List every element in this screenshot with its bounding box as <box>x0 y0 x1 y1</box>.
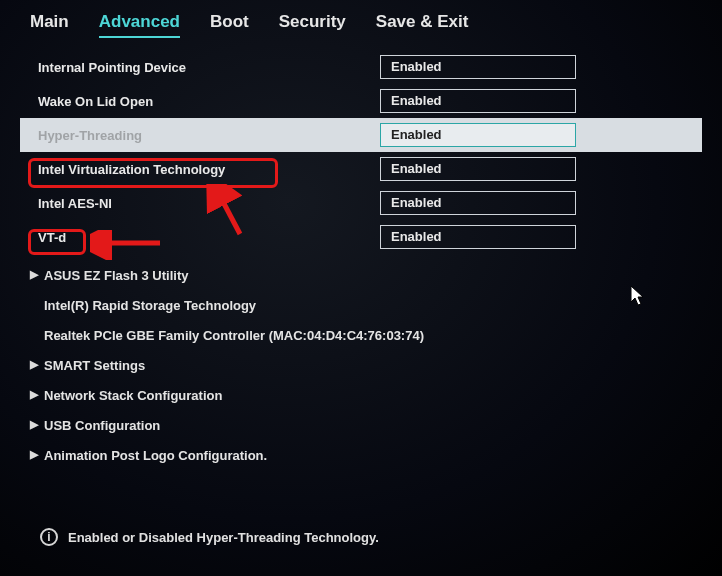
subitem-label: Animation Post Logo Configuration. <box>44 448 267 463</box>
subitem-label: ASUS EZ Flash 3 Utility <box>44 268 188 283</box>
subitem-anim[interactable]: ▶ Animation Post Logo Configuration. <box>20 440 702 470</box>
subitem-label: USB Configuration <box>44 418 160 433</box>
chevron-right-icon: ▶ <box>30 448 38 461</box>
setting-label: Intel AES-NI <box>20 196 380 211</box>
chevron-right-icon: ▶ <box>30 418 38 431</box>
setting-internal-pointing[interactable]: Internal Pointing Device Enabled <box>20 50 702 84</box>
tab-security[interactable]: Security <box>279 12 346 38</box>
subitem-label: Intel(R) Rapid Storage Technology <box>44 298 256 313</box>
subitem-realtek[interactable]: Realtek PCIe GBE Family Controller (MAC:… <box>20 320 702 350</box>
setting-label: Intel Virtualization Technology <box>20 162 380 177</box>
tab-advanced[interactable]: Advanced <box>99 12 180 38</box>
subitem-irst[interactable]: Intel(R) Rapid Storage Technology <box>20 290 702 320</box>
setting-value-dropdown[interactable]: Enabled <box>380 89 576 113</box>
setting-intel-vt[interactable]: Intel Virtualization Technology Enabled <box>20 152 702 186</box>
subitem-netstack[interactable]: ▶ Network Stack Configuration <box>20 380 702 410</box>
subitem-ezflash[interactable]: ▶ ASUS EZ Flash 3 Utility <box>20 260 702 290</box>
help-text: Enabled or Disabled Hyper-Threading Tech… <box>68 530 379 545</box>
setting-vt-d[interactable]: VT-d Enabled <box>20 220 702 254</box>
setting-hyper-threading[interactable]: Hyper-Threading Enabled <box>20 118 702 152</box>
subitem-usb[interactable]: ▶ USB Configuration <box>20 410 702 440</box>
tab-boot[interactable]: Boot <box>210 12 249 38</box>
tab-main[interactable]: Main <box>30 12 69 38</box>
setting-label: VT-d <box>20 230 380 245</box>
chevron-right-icon: ▶ <box>30 388 38 401</box>
subitem-label: Realtek PCIe GBE Family Controller (MAC:… <box>44 328 424 343</box>
setting-value-dropdown[interactable]: Enabled <box>380 225 576 249</box>
chevron-right-icon: ▶ <box>30 268 38 281</box>
tab-save-exit[interactable]: Save & Exit <box>376 12 469 38</box>
help-footer: i Enabled or Disabled Hyper-Threading Te… <box>40 528 379 546</box>
setting-label: Hyper-Threading <box>20 128 380 143</box>
setting-value-dropdown[interactable]: Enabled <box>380 191 576 215</box>
chevron-right-icon: ▶ <box>30 358 38 371</box>
subitem-smart[interactable]: ▶ SMART Settings <box>20 350 702 380</box>
setting-value-dropdown[interactable]: Enabled <box>380 55 576 79</box>
setting-intel-aes[interactable]: Intel AES-NI Enabled <box>20 186 702 220</box>
info-icon: i <box>40 528 58 546</box>
setting-value-dropdown[interactable]: Enabled <box>380 123 576 147</box>
setting-value-dropdown[interactable]: Enabled <box>380 157 576 181</box>
top-tabs: Main Advanced Boot Security Save & Exit <box>0 0 722 44</box>
subitem-label: Network Stack Configuration <box>44 388 222 403</box>
setting-label: Internal Pointing Device <box>20 60 380 75</box>
subitem-label: SMART Settings <box>44 358 145 373</box>
advanced-settings-panel: Internal Pointing Device Enabled Wake On… <box>0 44 722 470</box>
setting-wake-lid[interactable]: Wake On Lid Open Enabled <box>20 84 702 118</box>
setting-label: Wake On Lid Open <box>20 94 380 109</box>
